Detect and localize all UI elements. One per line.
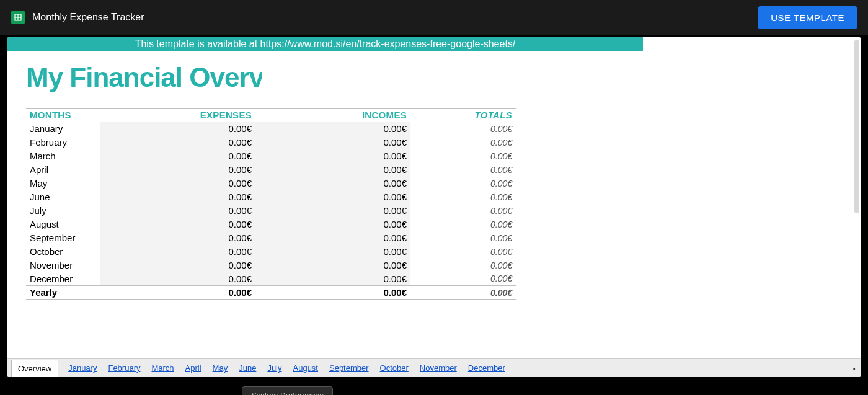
cell-yearly-label[interactable]: Yearly	[26, 286, 100, 300]
sheet-tab-july[interactable]: July	[266, 363, 283, 373]
table-row: August0.00€0.00€0.00€	[26, 218, 516, 231]
sheet-tabs-bar: OverviewJanuaryFebruaryMarchAprilMayJune…	[7, 358, 861, 377]
cell-expense[interactable]: 0.00€	[100, 149, 255, 163]
sheet-tab-february[interactable]: February	[107, 363, 141, 373]
table-row: April0.00€0.00€0.00€	[26, 163, 516, 177]
cell-income[interactable]: 0.00€	[255, 190, 410, 204]
cell-expense[interactable]: 0.00€	[100, 259, 255, 272]
cell-total[interactable]: 0.00€	[410, 177, 516, 190]
cell-expense[interactable]: 0.00€	[100, 122, 255, 136]
table-row: November0.00€0.00€0.00€	[26, 259, 516, 272]
table-row: October0.00€0.00€0.00€	[26, 245, 516, 259]
cell-expense[interactable]: 0.00€	[100, 245, 255, 259]
sheet-tab-october[interactable]: October	[379, 363, 410, 373]
cell-total[interactable]: 0.00€	[410, 163, 516, 177]
cell-total[interactable]: 0.00€	[410, 218, 516, 231]
sheets-icon	[11, 11, 25, 24]
col-header-months: MONTHS	[26, 109, 100, 122]
use-template-button[interactable]: USE TEMPLATE	[758, 6, 857, 29]
sheet-tab-january[interactable]: January	[67, 363, 98, 373]
cell-month[interactable]: December	[26, 272, 100, 286]
col-header-expenses: EXPENSES	[100, 109, 255, 122]
vertical-scrollbar[interactable]	[854, 40, 859, 213]
cell-income[interactable]: 0.00€	[255, 149, 410, 163]
page-title: My Financial Overview	[26, 62, 262, 93]
financial-table: MONTHS EXPENSES INCOMES TOTALS January0.…	[26, 108, 516, 300]
cell-total[interactable]: 0.00€	[410, 190, 516, 204]
cell-month[interactable]: April	[26, 163, 100, 177]
cell-income[interactable]: 0.00€	[255, 259, 410, 272]
cell-total[interactable]: 0.00€	[410, 204, 516, 218]
cell-income[interactable]: 0.00€	[255, 204, 410, 218]
sheet-tab-overview[interactable]: Overview	[11, 360, 58, 377]
cell-total[interactable]: 0.00€	[410, 245, 516, 259]
table-row: January0.00€0.00€0.00€	[26, 122, 516, 136]
sheet-tab-april[interactable]: April	[184, 363, 203, 373]
cell-income[interactable]: 0.00€	[255, 177, 410, 190]
table-row: February0.00€0.00€0.00€	[26, 136, 516, 149]
template-banner: This template is available at https://ww…	[7, 37, 643, 51]
tabs-menu-icon[interactable]: ▪	[853, 365, 856, 372]
cell-income[interactable]: 0.00€	[255, 272, 410, 286]
cell-income[interactable]: 0.00€	[255, 218, 410, 231]
cell-month[interactable]: November	[26, 259, 100, 272]
sheet-tab-may[interactable]: May	[211, 363, 229, 373]
table-row: March0.00€0.00€0.00€	[26, 149, 516, 163]
cell-expense[interactable]: 0.00€	[100, 136, 255, 149]
cell-expense[interactable]: 0.00€	[100, 204, 255, 218]
cell-month[interactable]: February	[26, 136, 100, 149]
cell-expense[interactable]: 0.00€	[100, 163, 255, 177]
table-row: May0.00€0.00€0.00€	[26, 177, 516, 190]
sheet-tab-august[interactable]: August	[292, 363, 319, 373]
cell-income[interactable]: 0.00€	[255, 136, 410, 149]
cell-yearly-total[interactable]: 0.00€	[410, 286, 516, 300]
cell-month[interactable]: September	[26, 231, 100, 245]
cell-income[interactable]: 0.00€	[255, 245, 410, 259]
cell-month[interactable]: August	[26, 218, 100, 231]
table-row: December0.00€0.00€0.00€	[26, 272, 516, 286]
cell-month[interactable]: July	[26, 204, 100, 218]
sheet-tab-march[interactable]: March	[150, 363, 175, 373]
document-title: Monthly Expense Tracker	[32, 12, 144, 23]
cell-month[interactable]: October	[26, 245, 100, 259]
sheet-frame: This template is available at https://ww…	[7, 37, 861, 377]
col-header-totals: TOTALS	[410, 109, 516, 122]
cell-total[interactable]: 0.00€	[410, 122, 516, 136]
cell-expense[interactable]: 0.00€	[100, 231, 255, 245]
topbar-left: Monthly Expense Tracker	[11, 11, 144, 24]
cell-month[interactable]: March	[26, 149, 100, 163]
table-row: July0.00€0.00€0.00€	[26, 204, 516, 218]
cell-expense[interactable]: 0.00€	[100, 272, 255, 286]
sheet-tab-december[interactable]: December	[467, 363, 507, 373]
cell-total[interactable]: 0.00€	[410, 136, 516, 149]
cell-month[interactable]: January	[26, 122, 100, 136]
sheet-tab-september[interactable]: September	[328, 363, 370, 373]
sheet-tab-november[interactable]: November	[418, 363, 458, 373]
sheet-tab-june[interactable]: June	[237, 363, 257, 373]
cell-expense[interactable]: 0.00€	[100, 177, 255, 190]
topbar: Monthly Expense Tracker USE TEMPLATE	[0, 0, 868, 35]
cell-yearly-income[interactable]: 0.00€	[255, 286, 410, 300]
table-row-yearly: Yearly0.00€0.00€0.00€	[26, 286, 516, 300]
cell-expense[interactable]: 0.00€	[100, 190, 255, 204]
cell-total[interactable]: 0.00€	[410, 149, 516, 163]
sheet-content: This template is available at https://ww…	[7, 37, 861, 358]
cell-income[interactable]: 0.00€	[255, 122, 410, 136]
cell-total[interactable]: 0.00€	[410, 259, 516, 272]
cell-expense[interactable]: 0.00€	[100, 218, 255, 231]
cell-month[interactable]: June	[26, 190, 100, 204]
cell-month[interactable]: May	[26, 177, 100, 190]
cell-yearly-expense[interactable]: 0.00€	[100, 286, 255, 300]
table-row: September0.00€0.00€0.00€	[26, 231, 516, 245]
cell-income[interactable]: 0.00€	[255, 231, 410, 245]
col-header-incomes: INCOMES	[255, 109, 410, 122]
system-preferences-button[interactable]: System Preferences	[242, 386, 333, 395]
cell-income[interactable]: 0.00€	[255, 163, 410, 177]
cell-total[interactable]: 0.00€	[410, 231, 516, 245]
table-row: June0.00€0.00€0.00€	[26, 190, 516, 204]
cell-total[interactable]: 0.00€	[410, 272, 516, 286]
